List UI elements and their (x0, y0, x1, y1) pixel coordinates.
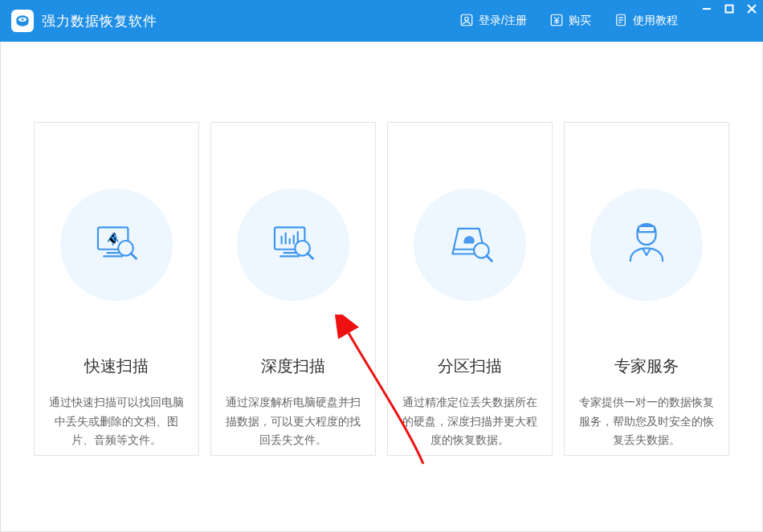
titlebar: 强力数据恢复软件 登录/注册 购买 使用教程 (0, 0, 763, 42)
minimize-button[interactable] (696, 0, 718, 18)
svg-line-30 (487, 256, 492, 261)
deep-scan-icon (237, 189, 349, 301)
app-logo-wrap: 强力数据恢复软件 (0, 10, 157, 32)
close-button[interactable] (741, 0, 763, 18)
partition-scan-card[interactable]: 分区扫描 通过精准定位丢失数据所在的硬盘，深度扫描并更大程度的恢复数据。 (387, 122, 553, 456)
card-desc: 专家提供一对一的数据恢复服务，帮助您及时安全的恢复丢失数据。 (565, 393, 728, 450)
partition-scan-icon (414, 189, 526, 301)
card-desc: 通过精准定位丢失数据所在的硬盘，深度扫描并更大程度的恢复数据。 (388, 393, 552, 450)
svg-line-27 (308, 254, 312, 258)
card-desc: 通过深度解析电脑硬盘并扫描数据，可以更大程度的找回丢失文件。 (211, 393, 375, 450)
login-register-link[interactable]: 登录/注册 (448, 0, 538, 42)
quick-scan-card[interactable]: 快速扫描 通过快速扫描可以找回电脑中丢失或删除的文档、图片、音频等文件。 (34, 122, 199, 456)
buy-label: 购买 (569, 14, 591, 28)
deep-scan-card[interactable]: 深度扫描 通过深度解析电脑硬盘并扫描数据，可以更大程度的找回丢失文件。 (210, 122, 376, 456)
login-register-label: 登录/注册 (479, 14, 527, 28)
card-title: 分区扫描 (438, 355, 502, 377)
app-window: 强力数据恢复软件 登录/注册 购买 使用教程 (0, 0, 763, 532)
user-icon (459, 13, 474, 30)
app-logo-icon (11, 10, 34, 32)
tutorial-link[interactable]: 使用教程 (602, 0, 689, 42)
quick-scan-icon (60, 189, 173, 301)
yen-icon (549, 13, 564, 30)
card-desc: 通过快速扫描可以找回电脑中丢失或删除的文档、图片、音频等文件。 (35, 393, 198, 450)
tutorial-label: 使用教程 (633, 14, 678, 28)
svg-rect-1 (726, 6, 733, 13)
app-title: 强力数据恢复软件 (42, 12, 157, 30)
expert-service-card[interactable]: 专家服务 专家提供一对一的数据恢复服务，帮助您及时安全的恢复丢失数据。 (564, 122, 729, 456)
expert-service-icon (590, 189, 703, 301)
buy-link[interactable]: 购买 (538, 0, 602, 42)
doc-icon (614, 13, 628, 30)
svg-point-7 (465, 17, 469, 21)
cards-row: 快速扫描 通过快速扫描可以找回电脑中丢失或删除的文档、图片、音频等文件。 (1, 122, 762, 456)
svg-rect-31 (639, 226, 655, 232)
window-controls (696, 0, 763, 18)
top-actions: 登录/注册 购买 使用教程 (448, 0, 689, 42)
svg-line-17 (131, 254, 136, 258)
main-area: 快速扫描 通过快速扫描可以找回电脑中丢失或删除的文档、图片、音频等文件。 (0, 42, 763, 532)
card-title: 深度扫描 (261, 355, 325, 377)
card-title: 快速扫描 (84, 355, 149, 377)
card-title: 专家服务 (614, 355, 679, 377)
maximize-button[interactable] (718, 0, 741, 18)
